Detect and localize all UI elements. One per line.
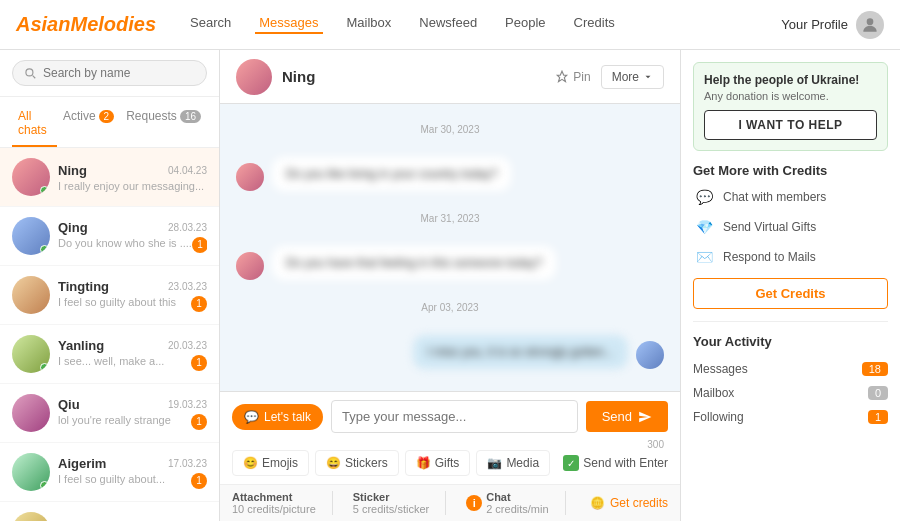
list-item[interactable]: Tingting 23.03.23 I feel so guilty about… (0, 266, 219, 325)
nav-search[interactable]: Search (186, 15, 235, 34)
stickers-button[interactable]: 😄 Stickers (315, 450, 399, 476)
credits-section-title: Get More with Credits (693, 163, 888, 178)
avatar (856, 11, 884, 39)
chat-date: 28.03.23 (168, 222, 207, 233)
checkbox-icon: ✓ (563, 455, 579, 471)
message-row: Do you have that feeling in this someone… (236, 246, 664, 280)
avatar (236, 252, 264, 280)
message-row: Do you like living in your country today… (236, 157, 664, 191)
gift-icon: 🎁 (416, 456, 431, 470)
lets-talk-icon: 💬 (244, 410, 259, 424)
nav-people[interactable]: People (501, 15, 549, 34)
message-time: Mar 30, 2023 (236, 124, 664, 135)
chat-date: 23.03.23 (168, 281, 207, 292)
avatar (12, 335, 50, 373)
right-panel: Help the people of Ukraine! Any donation… (680, 50, 900, 521)
logo-text1: Asian (16, 13, 70, 35)
list-item[interactable]: Qing 28.03.23 Do you know who she is ...… (0, 207, 219, 266)
chat-preview: I feel so guilty about... (58, 473, 165, 489)
sticker-info: Sticker 5 credits/sticker (353, 491, 446, 515)
get-credits-main-button[interactable]: Get Credits (693, 278, 888, 309)
activity-badge: 1 (868, 410, 888, 424)
chat-name: Tingting (58, 279, 109, 294)
list-item[interactable]: Qiu 19.03.23 lol you're really strange 1 (0, 384, 219, 443)
credits-feature: 💬 Chat with members (693, 186, 888, 208)
avatar (12, 217, 50, 255)
chat-header-name: Ning (282, 68, 545, 85)
message-bubble: I miss you, it is so strongly gotten... (413, 335, 628, 369)
chat-header: Ning Pin More (220, 50, 680, 104)
chat-date: 04.04.23 (168, 165, 207, 176)
tab-active[interactable]: Active2 (57, 105, 120, 147)
ukraine-donation-box: Help the people of Ukraine! Any donation… (693, 62, 888, 151)
list-item[interactable]: Aigerim 17.03.23 I feel so guilty about.… (0, 443, 219, 502)
list-item[interactable]: Assem 11.03.23 (0, 502, 219, 521)
header-profile[interactable]: Your Profile (781, 11, 884, 39)
activity-row-following: Following 1 (693, 405, 888, 429)
message-time: Mar 31, 2023 (236, 213, 664, 224)
svg-point-0 (867, 18, 874, 25)
chat-name: Qiu (58, 397, 80, 412)
list-item[interactable]: Yanling 20.03.23 I see... well, make a..… (0, 325, 219, 384)
chat-icon: 💬 (693, 186, 715, 208)
send-button[interactable]: Send (586, 401, 668, 432)
avatar (12, 453, 50, 491)
nav-newsfeed[interactable]: Newsfeed (415, 15, 481, 34)
ukraine-button[interactable]: I WANT TO HELP (704, 110, 877, 140)
attachment-info: Attachment 10 credits/picture (232, 491, 333, 515)
message-input-row: 💬 Let's talk Send (232, 400, 668, 433)
online-indicator (40, 245, 49, 254)
credits-section: Get More with Credits 💬 Chat with member… (693, 163, 888, 309)
credits-feature: ✉️ Respond to Mails (693, 246, 888, 268)
coins-icon: 🪙 (590, 496, 605, 510)
tab-requests[interactable]: Requests16 (120, 105, 207, 147)
tab-all-chats[interactable]: All chats (12, 105, 57, 147)
gifts-button[interactable]: 🎁 Gifts (405, 450, 471, 476)
mail-icon: ✉️ (693, 246, 715, 268)
toolbar-row: 😊 Emojis 😄 Stickers 🎁 Gifts 📷 Media ✓ (232, 450, 668, 476)
activity-row-messages: Messages 18 (693, 357, 888, 381)
unread-badge: 1 (192, 237, 207, 253)
main-layout: All chats Active2 Requests16 Ning 04.04.… (0, 50, 900, 521)
more-button[interactable]: More (601, 65, 664, 89)
emojis-button[interactable]: 😊 Emojis (232, 450, 309, 476)
profile-label: Your Profile (781, 17, 848, 32)
chat-info: Qing 28.03.23 Do you know who she is ...… (58, 220, 207, 253)
unread-badge: 1 (191, 473, 207, 489)
chat-date: 20.03.23 (168, 340, 207, 351)
credits-footer: Attachment 10 credits/picture Sticker 5 … (220, 484, 680, 521)
info-icon-container: i (466, 495, 482, 511)
sticker-icon: 😄 (326, 456, 341, 470)
nav-mailbox[interactable]: Mailbox (343, 15, 396, 34)
chat-info: Yanling 20.03.23 I see... well, make a..… (58, 338, 207, 371)
search-input[interactable] (43, 66, 196, 80)
sidebar: All chats Active2 Requests16 Ning 04.04.… (0, 50, 220, 521)
online-indicator (40, 186, 49, 195)
chevron-down-icon (643, 72, 653, 82)
search-container[interactable] (12, 60, 207, 86)
lets-talk-button[interactable]: 💬 Let's talk (232, 404, 323, 430)
unread-badge: 1 (191, 296, 207, 312)
message-input[interactable] (331, 400, 578, 433)
send-icon (638, 410, 652, 424)
logo: AsianMelodies (16, 13, 156, 36)
chat-preview: I really enjoy our messaging... (58, 180, 204, 192)
message-bubble: Do you have that feeling in this someone… (272, 246, 556, 280)
chat-info-credits: Chat 2 credits/min (486, 491, 565, 515)
logo-text2: Melodies (70, 13, 156, 35)
nav-messages[interactable]: Messages (255, 15, 322, 34)
header: AsianMelodies Search Messages Mailbox Ne… (0, 0, 900, 50)
chat-name: Yanling (58, 338, 104, 353)
online-indicator (40, 363, 49, 372)
chat-info: Tingting 23.03.23 I feel so guilty about… (58, 279, 207, 312)
get-credits-footer-button[interactable]: 🪙 Get credits (590, 496, 668, 510)
chat-preview: Do you know who she is .... (58, 237, 192, 253)
chat-name: Ning (58, 163, 87, 178)
pin-button[interactable]: Pin (555, 70, 590, 84)
nav-credits[interactable]: Credits (570, 15, 619, 34)
avatar (12, 394, 50, 432)
message-bubble: Do you like living in your country today… (272, 157, 511, 191)
credits-features-list: 💬 Chat with members 💎 Send Virtual Gifts… (693, 186, 888, 268)
list-item[interactable]: Ning 04.04.23 I really enjoy our messagi… (0, 148, 219, 207)
media-button[interactable]: 📷 Media (476, 450, 550, 476)
